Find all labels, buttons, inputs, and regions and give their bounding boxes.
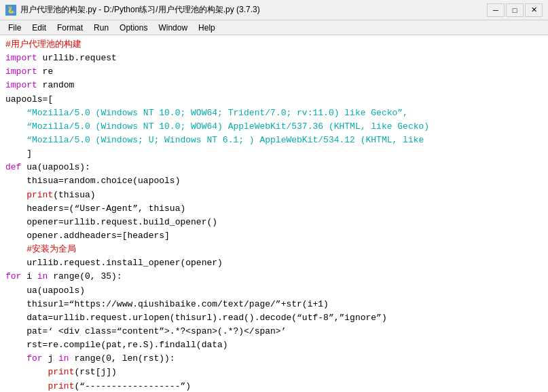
menu-item-window[interactable]: Window: [153, 22, 193, 34]
code-token: ua(uapools): [5, 286, 85, 296]
code-token: [5, 381, 48, 391]
code-token: [5, 367, 48, 377]
code-token: request: [79, 53, 117, 63]
code-token: in: [58, 353, 69, 364]
app-icon: 🐍: [5, 5, 16, 16]
code-token: urllib.: [37, 53, 79, 63]
code-line: print(“------------------”): [5, 380, 543, 392]
code-token: urllib.request.install_opener(opener): [5, 258, 223, 268]
code-line: thisua=random.choice(uapools): [5, 174, 543, 188]
code-line: #用户代理池的构建: [5, 38, 543, 52]
code-token: opener.addheaders=[headers]: [5, 231, 170, 241]
code-token: def: [5, 162, 21, 172]
code-token: “Mozilla/5.0 (Windows; U; Windows NT 6.1…: [5, 135, 424, 145]
code-token: [5, 190, 26, 200]
code-line: print(rst[j]): [5, 366, 543, 379]
code-line: “Mozilla/5.0 (Windows; U; Windows NT 6.1…: [5, 134, 543, 147]
code-token: range(0, 35):: [48, 271, 122, 281]
code-token: import: [5, 66, 37, 77]
code-line: for i in range(0, 35):: [5, 270, 543, 283]
code-line: print(thisua): [5, 189, 543, 202]
menu-bar: FileEditFormatRunOptionsWindowHelp: [0, 20, 548, 35]
code-token: j: [43, 353, 58, 364]
code-line: ]: [5, 147, 543, 161]
close-button[interactable]: ✕: [525, 3, 543, 17]
code-token: thisua=random.choice(uapools): [5, 176, 180, 186]
code-token: i: [21, 271, 37, 281]
title-bar: 🐍 用户代理池的构架.py - D:/Python练习/用户代理池的构架.py …: [0, 0, 548, 20]
code-token: data=urllib.request.urlopen(thisurl).rea…: [5, 313, 387, 323]
window-controls: ─ □ ✕: [487, 3, 543, 17]
code-line: data=urllib.request.urlopen(thisurl).rea…: [5, 311, 543, 325]
app-icon-label: 🐍: [7, 6, 15, 14]
code-line: “Mozilla/5.0 (Windows NT 10.0; WOW64) Ap…: [5, 120, 543, 134]
code-token: (thisua): [53, 190, 95, 200]
code-line: import random: [5, 79, 543, 92]
code-token: print: [26, 190, 53, 200]
code-line: “Mozilla/5.0 (Windows NT 10.0; WOW64; Tr…: [5, 106, 543, 120]
code-token: rst=re.compile(pat,re.S).findall(data): [5, 340, 228, 350]
code-token: import: [5, 80, 37, 90]
menu-item-edit[interactable]: Edit: [26, 22, 52, 34]
menu-item-options[interactable]: Options: [114, 22, 153, 34]
menu-item-file[interactable]: File: [3, 22, 26, 34]
code-token: [5, 353, 26, 364]
code-token: re: [37, 66, 53, 77]
code-line: ua(uapools): [5, 284, 543, 298]
minimize-button[interactable]: ─: [487, 3, 505, 17]
code-line: def ua(uapools):: [5, 161, 543, 174]
code-token: #用户代理池的构建: [5, 39, 81, 50]
code-token: “Mozilla/5.0 (Windows NT 10.0; WOW64) Ap…: [5, 121, 429, 132]
code-token: ua(uapools):: [21, 162, 90, 172]
code-editor[interactable]: #用户代理池的构建import urllib.requestimport rei…: [0, 35, 548, 392]
code-line: #安装为全局: [5, 243, 543, 256]
code-token: #安装为全局: [5, 244, 76, 254]
code-line: uapools=[: [5, 93, 543, 106]
code-token: “Mozilla/5.0 (Windows NT 10.0; WOW64; Tr…: [5, 108, 408, 118]
code-token: in: [37, 271, 48, 281]
code-token: thisurl=“https://www.qiushibaike.com/tex…: [5, 299, 329, 309]
code-line: urllib.request.install_opener(opener): [5, 256, 543, 270]
menu-item-run[interactable]: Run: [88, 22, 114, 34]
menu-item-format[interactable]: Format: [52, 22, 88, 34]
code-token: uapools=[: [5, 94, 53, 104]
code-token: random: [37, 80, 75, 90]
code-token: headers=(“User-Agent”, thisua): [5, 203, 185, 214]
code-line: import urllib.request: [5, 52, 543, 65]
menu-item-help[interactable]: Help: [193, 22, 221, 34]
code-token: ]: [5, 149, 32, 159]
code-line: rst=re.compile(pat,re.S).findall(data): [5, 338, 543, 352]
code-token: opener=urllib.request.build_opener(): [5, 217, 217, 227]
code-token: import: [5, 53, 37, 63]
code-token: (rst[j]): [74, 367, 116, 377]
code-token: print: [48, 367, 74, 377]
code-line: pat=‘ <div class=“content”>.*?<span>(.*?…: [5, 325, 543, 338]
code-token: pat=‘ <div class=“content”>.*?<span>(.*?…: [5, 326, 286, 336]
code-line: import re: [5, 65, 543, 79]
code-token: (“------------------”): [74, 381, 191, 391]
window-title: 用户代理池的构架.py - D:/Python练习/用户代理池的构架.py (3…: [20, 4, 487, 16]
code-line: thisurl=“https://www.qiushibaike.com/tex…: [5, 298, 543, 311]
code-token: print: [48, 381, 74, 391]
code-token: range(0, len(rst)):: [69, 353, 175, 364]
code-line: headers=(“User-Agent”, thisua): [5, 202, 543, 216]
code-token: for: [5, 271, 21, 281]
code-line: opener=urllib.request.build_opener(): [5, 216, 543, 229]
maximize-button[interactable]: □: [506, 3, 524, 17]
code-line: for j in range(0, len(rst)):: [5, 352, 543, 366]
code-line: opener.addheaders=[headers]: [5, 229, 543, 243]
code-token: for: [26, 353, 42, 364]
